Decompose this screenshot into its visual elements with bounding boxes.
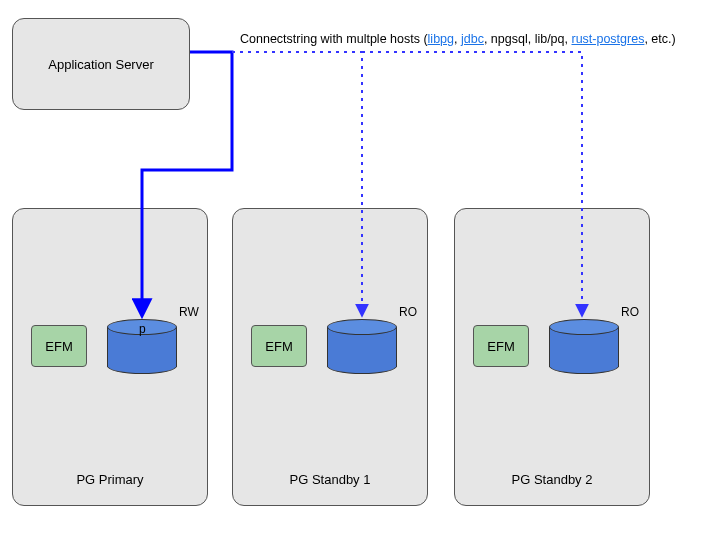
pg-primary-container: EFM p RW PG Primary — [12, 208, 208, 506]
db-cylinder-standby2 — [549, 319, 619, 374]
sep2: , npgsql, lib/pq, — [484, 32, 572, 46]
app-server-label: Application Server — [48, 57, 154, 72]
pg-standby1-container: EFM RO PG Standby 1 — [232, 208, 428, 506]
connectstring-text: Connectstring with multple hosts (libpg,… — [240, 32, 676, 46]
efm-box-standby2: EFM — [473, 325, 529, 367]
db-mode-standby2: RO — [621, 305, 639, 319]
pg-standby1-title: PG Standby 1 — [233, 472, 427, 487]
link-libpg[interactable]: libpg — [428, 32, 454, 46]
efm-box-primary: EFM — [31, 325, 87, 367]
link-rust-postgres[interactable]: rust-postgres — [571, 32, 644, 46]
db-mode-primary: RW — [179, 305, 199, 319]
efm-box-standby1: EFM — [251, 325, 307, 367]
db-cylinder-standby1 — [327, 319, 397, 374]
db-letter-primary: p — [139, 322, 146, 336]
efm-label-standby2: EFM — [487, 339, 514, 354]
db-mode-standby1: RO — [399, 305, 417, 319]
db-top — [549, 319, 619, 335]
pg-standby2-container: EFM RO PG Standby 2 — [454, 208, 650, 506]
sep1: , — [454, 32, 461, 46]
sep3: , etc.) — [644, 32, 675, 46]
pg-primary-title: PG Primary — [13, 472, 207, 487]
efm-label-standby1: EFM — [265, 339, 292, 354]
pg-standby2-title: PG Standby 2 — [455, 472, 649, 487]
efm-label-primary: EFM — [45, 339, 72, 354]
connstring-prefix: Connectstring with multple hosts ( — [240, 32, 428, 46]
db-top — [327, 319, 397, 335]
app-server-box: Application Server — [12, 18, 190, 110]
link-jdbc[interactable]: jdbc — [461, 32, 484, 46]
